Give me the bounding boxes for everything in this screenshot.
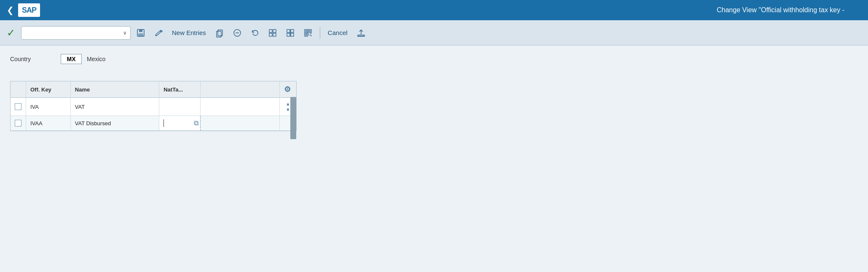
- row1-extra: [200, 98, 279, 116]
- country-name: Mexico: [87, 56, 105, 62]
- svg-rect-5: [217, 31, 221, 37]
- toolbar: ✓ ∨ New Entries: [0, 20, 868, 46]
- country-row: Country MX Mexico: [10, 54, 858, 64]
- undo-button[interactable]: [247, 26, 263, 40]
- back-button[interactable]: ❮: [7, 5, 14, 15]
- undo-icon: [250, 28, 260, 38]
- col-header-natta: NatTa...: [159, 81, 201, 98]
- scroll-up-button[interactable]: ▲: [286, 101, 290, 106]
- col-header-checkbox: [11, 81, 26, 98]
- row1-checkbox-cell[interactable]: [11, 98, 26, 116]
- svg-line-27: [311, 35, 311, 36]
- svg-rect-2: [138, 33, 143, 36]
- table-header-row: Off. Key Name NatTa... ⚙: [11, 81, 296, 98]
- edit-icon: [154, 28, 163, 38]
- row2-offkey[interactable]: IVAA: [26, 116, 71, 131]
- scroll-down-button[interactable]: ▼: [286, 107, 290, 112]
- svg-rect-14: [287, 33, 290, 36]
- data-table: Off. Key Name NatTa... ⚙: [11, 81, 296, 131]
- row1-name[interactable]: VAT: [70, 98, 159, 116]
- grid-view2-button[interactable]: [283, 26, 298, 40]
- new-entries-button[interactable]: New Entries: [169, 26, 209, 40]
- row2-checkbox[interactable]: [15, 120, 21, 127]
- save-button[interactable]: [133, 26, 148, 40]
- cancel-button[interactable]: Cancel: [324, 26, 351, 40]
- col-header-extra: [200, 81, 279, 98]
- grid-icon: [268, 28, 277, 38]
- save-icon: [136, 28, 145, 38]
- header-bar: ❮ SAP Change View "Official withholding …: [0, 0, 868, 20]
- row2-checkbox-cell[interactable]: [11, 116, 26, 131]
- main-content: Country MX Mexico Off. Key Name NatTa...…: [0, 46, 868, 272]
- svg-rect-4: [218, 30, 222, 36]
- upload-icon: [356, 28, 366, 38]
- row1-checkbox[interactable]: [15, 103, 21, 110]
- row2-settings: [279, 116, 296, 131]
- svg-rect-9: [273, 30, 276, 32]
- grid2-icon: [286, 28, 295, 38]
- copy-cell-icon[interactable]: ⧉: [194, 119, 198, 127]
- row2-extra: [200, 116, 279, 131]
- page-title: Change View "Official withholding tax ke…: [717, 6, 861, 14]
- minus-icon: [233, 28, 242, 38]
- svg-rect-15: [291, 33, 294, 36]
- col-header-settings[interactable]: ⚙: [279, 81, 296, 98]
- country-label: Country: [10, 56, 61, 62]
- svg-rect-13: [291, 30, 294, 32]
- upload-button[interactable]: [354, 26, 369, 40]
- edit-button[interactable]: [151, 26, 166, 40]
- country-code: MX: [61, 54, 82, 64]
- row1-natta[interactable]: [159, 98, 201, 116]
- data-table-wrapper: Off. Key Name NatTa... ⚙: [10, 81, 297, 131]
- chevron-down-icon: ∨: [123, 30, 127, 36]
- toolbar-dropdown[interactable]: ∨: [21, 26, 131, 40]
- row1-offkey[interactable]: IVA: [26, 98, 71, 116]
- table-row: IVAA VAT Disbursed ⧉: [11, 116, 296, 131]
- qr-button[interactable]: [300, 26, 316, 40]
- svg-rect-1: [139, 30, 142, 32]
- row2-name[interactable]: VAT Disbursed: [70, 116, 159, 131]
- sap-logo: SAP: [18, 3, 40, 17]
- check-button[interactable]: ✓: [7, 27, 15, 39]
- text-cursor: [163, 119, 164, 127]
- svg-rect-10: [269, 33, 272, 36]
- settings-gear-icon[interactable]: ⚙: [284, 85, 291, 94]
- svg-rect-18: [305, 30, 307, 32]
- grid-view-button[interactable]: [265, 26, 280, 40]
- svg-rect-20: [309, 30, 311, 32]
- scrollbar-thumb[interactable]: [290, 97, 296, 139]
- copy-button[interactable]: [212, 26, 227, 40]
- qr-icon: [303, 28, 313, 38]
- svg-rect-12: [287, 30, 290, 32]
- table-row: IVA VAT ▲ ▼: [11, 98, 296, 116]
- toolbar-separator: [320, 27, 320, 39]
- row2-natta-active[interactable]: ⧉: [159, 116, 201, 131]
- copy-icon: [215, 28, 224, 38]
- col-header-name: Name: [70, 81, 159, 98]
- remove-button[interactable]: [230, 26, 245, 40]
- svg-rect-22: [305, 34, 307, 35]
- table-scroll-area: Off. Key Name NatTa... ⚙: [11, 81, 296, 131]
- svg-rect-11: [273, 33, 276, 36]
- col-header-offkey: Off. Key: [26, 81, 71, 98]
- svg-rect-8: [269, 30, 272, 32]
